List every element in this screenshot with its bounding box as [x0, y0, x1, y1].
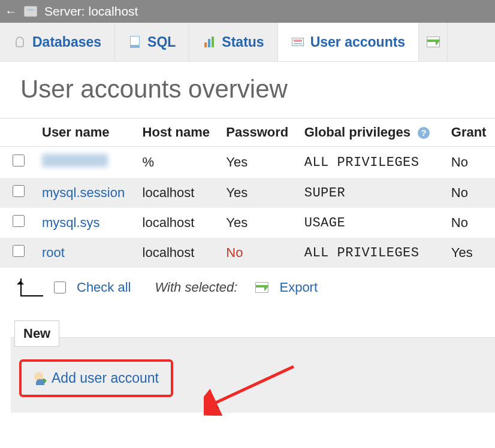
- export-icon: [427, 35, 440, 49]
- help-icon[interactable]: ?: [418, 127, 430, 139]
- col-grant[interactable]: Grant: [446, 119, 495, 147]
- check-all-checkbox[interactable]: [54, 281, 66, 293]
- tab-status[interactable]: Status: [189, 23, 277, 61]
- user-link[interactable]: mysql.sys: [42, 215, 100, 230]
- col-user[interactable]: User name: [37, 119, 138, 147]
- password-cell: Yes: [221, 208, 299, 238]
- server-label[interactable]: Server: localhost: [44, 4, 138, 19]
- add-user-button[interactable]: Add user account: [19, 359, 173, 397]
- row-checkbox[interactable]: [13, 245, 25, 257]
- privileges-cell: ALL PRIVILEGES: [300, 147, 446, 178]
- col-privileges-label: Global privileges: [304, 125, 411, 140]
- new-section: New Add user account: [11, 320, 495, 413]
- add-user-label: Add user account: [52, 370, 159, 386]
- row-checkbox[interactable]: [13, 155, 25, 167]
- user-name-blurred: [42, 154, 108, 167]
- tab-label: Databases: [32, 34, 101, 50]
- grant-cell: No: [446, 178, 495, 208]
- status-icon: [203, 35, 216, 49]
- tab-label: Status: [222, 34, 264, 50]
- col-password[interactable]: Password: [221, 119, 299, 147]
- table-row: mysql.sys localhost Yes USAGE No: [0, 208, 495, 238]
- bulk-actions: Check all With selected: Export: [0, 268, 495, 307]
- user-link[interactable]: root: [42, 245, 65, 260]
- tab-export[interactable]: [419, 23, 448, 61]
- privileges-cell: USAGE: [300, 208, 446, 238]
- tab-label: SQL: [147, 34, 176, 50]
- user-accounts-table: User name Host name Password Global priv…: [0, 118, 495, 268]
- add-user-icon: [34, 372, 47, 385]
- grant-cell: No: [446, 147, 495, 178]
- database-icon: [13, 35, 26, 49]
- col-host[interactable]: Host name: [138, 119, 222, 147]
- host-cell: localhost: [138, 208, 222, 238]
- table-row: mysql.session localhost Yes SUPER No: [0, 178, 495, 208]
- row-checkbox[interactable]: [13, 215, 25, 227]
- host-cell: localhost: [138, 238, 222, 268]
- select-arrow-icon: [14, 279, 43, 296]
- page-title: User accounts overview: [20, 75, 495, 104]
- col-check: [0, 119, 37, 147]
- host-cell: localhost: [138, 178, 222, 208]
- privileges-cell: SUPER: [300, 178, 446, 208]
- tab-databases[interactable]: Databases: [0, 23, 115, 61]
- grant-cell: No: [446, 208, 495, 238]
- with-selected-label: With selected:: [155, 280, 237, 295]
- check-all-link[interactable]: Check all: [77, 280, 131, 295]
- password-cell: Yes: [221, 147, 299, 178]
- table-row: root localhost No ALL PRIVILEGES Yes: [0, 238, 495, 268]
- export-icon: [255, 282, 268, 293]
- tab-sql[interactable]: SQL: [115, 23, 189, 61]
- new-legend: New: [14, 320, 59, 347]
- users-icon: [291, 35, 304, 49]
- host-cell: %: [138, 147, 222, 178]
- main-tabs: Databases SQL Status User accounts: [0, 23, 495, 62]
- password-cell: Yes: [221, 178, 299, 208]
- top-bar: ← Server: localhost: [0, 0, 495, 23]
- export-link[interactable]: Export: [279, 280, 318, 295]
- sql-icon: [128, 35, 141, 49]
- privileges-cell: ALL PRIVILEGES: [300, 238, 446, 268]
- server-icon: [24, 6, 37, 17]
- password-cell: No: [221, 238, 299, 268]
- tab-user-accounts[interactable]: User accounts: [278, 23, 419, 61]
- table-row: % Yes ALL PRIVILEGES No: [0, 147, 495, 178]
- user-link[interactable]: mysql.session: [42, 185, 125, 200]
- tab-label: User accounts: [310, 34, 406, 50]
- back-arrow-icon[interactable]: ←: [5, 5, 17, 19]
- grant-cell: Yes: [446, 238, 495, 268]
- row-checkbox[interactable]: [13, 185, 25, 197]
- col-privileges[interactable]: Global privileges ?: [300, 119, 446, 147]
